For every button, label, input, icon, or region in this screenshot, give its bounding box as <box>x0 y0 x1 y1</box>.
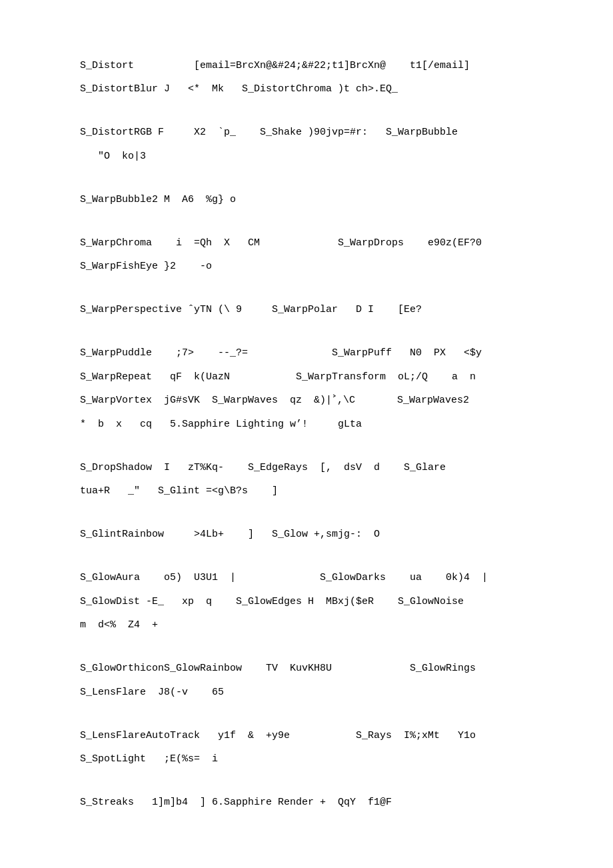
text-line: S_DropShadow I zT%Kq- S_EdgeRays [, dsV … <box>80 459 560 477</box>
text-line: S_DistortBlur J <* Mk S_DistortChroma )t… <box>80 81 560 98</box>
text-line: S_WarpFishEye }2 -o <box>80 258 560 275</box>
text-line: S_Distort [email=BrcXn@&#24;&#22;t1]BrcX… <box>80 57 560 75</box>
text-line: S_WarpPerspective ˆyTN (\ 9 S_WarpPolar … <box>80 301 560 319</box>
text-line: * b x cq 5.Sapphire Lighting w’! gLta <box>80 416 560 433</box>
text-line: S_WarpChroma i =Qh X CM S_WarpDrops e90z… <box>80 235 560 252</box>
text-line: S_WarpBubble2 M A6 %g} o <box>80 191 560 209</box>
text-line <box>80 439 560 457</box>
text-line: m d<% Z4 + <box>80 617 560 634</box>
text-line <box>80 507 560 524</box>
text-line: S_SpotLight ;E(%s= i <box>80 751 560 768</box>
text-line <box>80 215 560 232</box>
text-line: S_LensFlareAutoTrack y1f & +y9e S_Rays I… <box>80 727 560 745</box>
text-line <box>80 550 560 567</box>
text-line: S_GlintRainbow >4Lb+ ] S_Glow +,smjg-: O <box>80 526 560 543</box>
text-line <box>80 707 560 725</box>
text-line: S_Streaks 1]m]b4 ] 6.Sapphire Render + Q… <box>80 794 560 811</box>
text-line <box>80 325 560 343</box>
text-line <box>80 641 560 658</box>
text-line: S_LensFlare J8(-v 65 <box>80 684 560 701</box>
text-line: S_WarpVortex jG#sVK S_WarpWaves qz &)|˃,… <box>80 392 560 409</box>
text-line <box>80 171 560 189</box>
text-line <box>80 775 560 792</box>
text-line: S_GlowOrthiconS_GlowRainbow TV KuvKH8U S… <box>80 660 560 677</box>
text-line <box>80 282 560 299</box>
text-line: S_GlowAura o5) U3U1 | S_GlowDarks ua 0k)… <box>80 569 560 587</box>
text-line: S_GlowDist -E_ xp q S_GlowEdges H MBxj($… <box>80 593 560 611</box>
text-line: tua+R _″ S_Glint =<g\B?s ] <box>80 483 560 500</box>
text-line <box>80 105 560 122</box>
main-content: S_Distort [email=BrcXn@&#24;&#22;t1]BrcX… <box>80 40 560 811</box>
text-line: S_WarpRepeat qF k(UazN S_WarpTransform o… <box>80 369 560 386</box>
text-line: ″O ko|3 <box>80 148 560 165</box>
text-line: S_DistortRGB F X2 `p_ S_Shake )90jvp=#r:… <box>80 124 560 141</box>
text-line: S_WarpPuddle ;7> --_?= S_WarpPuff N0 PX … <box>80 345 560 362</box>
